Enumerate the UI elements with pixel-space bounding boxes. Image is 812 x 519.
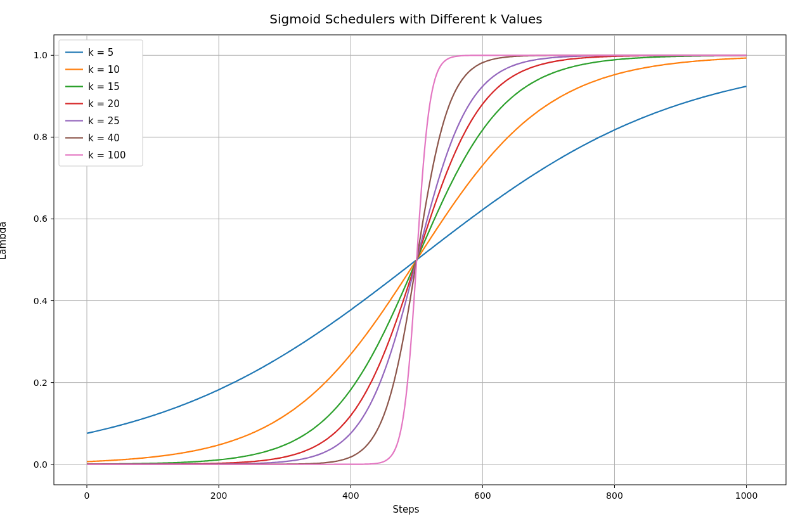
- plot-border: [54, 35, 786, 485]
- x-axis-label: Steps: [0, 504, 812, 515]
- y-tick-label: 0.8: [34, 132, 48, 142]
- x-tick-label: 800: [606, 490, 623, 501]
- legend-label: k = 15: [88, 81, 120, 93]
- legend-label: k = 5: [88, 47, 113, 58]
- y-axis-label: Lambda: [0, 221, 8, 259]
- y-tick-label: 0.0: [34, 459, 48, 470]
- legend-label: k = 25: [88, 115, 120, 127]
- legend-label: k = 40: [88, 132, 120, 144]
- y-tick-label: 0.6: [34, 214, 48, 224]
- y-tick-label: 1.0: [34, 50, 48, 60]
- legend-label: k = 10: [88, 64, 120, 75]
- x-tick-label: 1000: [735, 490, 758, 501]
- legend-label: k = 20: [88, 98, 120, 110]
- series-line-k-100: [87, 55, 747, 464]
- x-tick-label: 400: [342, 490, 359, 501]
- legend-label: k = 100: [88, 150, 126, 161]
- chart-title: Sigmoid Schedulers with Different k Valu…: [0, 11, 812, 27]
- x-tick-label: 0: [84, 490, 90, 501]
- x-tick-label: 200: [210, 490, 228, 501]
- plot-svg: 020040060080010000.00.20.40.60.81.0k = 5…: [0, 0, 812, 519]
- x-tick-label: 600: [474, 490, 491, 501]
- y-tick-label: 0.2: [34, 378, 48, 388]
- y-tick-label: 0.4: [34, 296, 48, 306]
- chart-container: Sigmoid Schedulers with Different k Valu…: [0, 0, 812, 519]
